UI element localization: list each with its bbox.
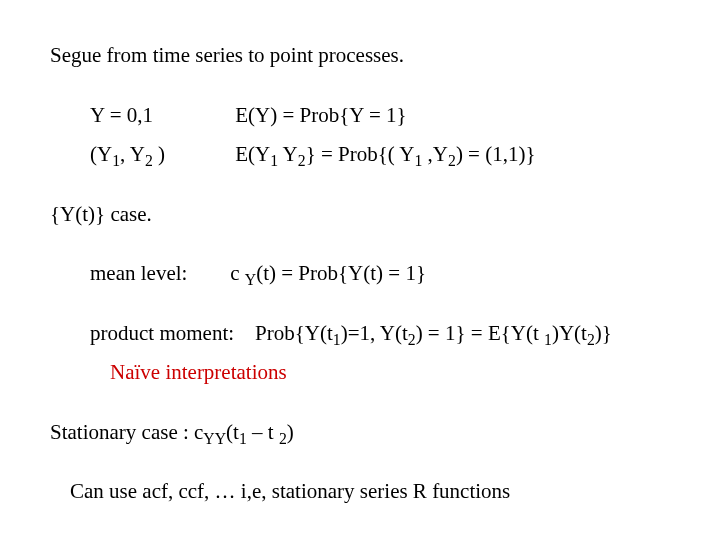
mean-level-line: mean level: c Y(t) = Prob{Y(t) = 1} <box>50 258 670 290</box>
pair-open: (Y <box>90 142 112 166</box>
stationary-expr: Stationary case : cYY(t1 – t 2) <box>50 420 294 444</box>
y-def: Y = 0,1 <box>90 100 230 132</box>
ey-def: E(Y) = Prob{Y = 1} <box>235 103 406 127</box>
mean-label: mean level: <box>90 258 225 290</box>
prodmom-label: product moment: <box>90 321 234 345</box>
slide-content: Segue from time series to point processe… <box>0 0 720 508</box>
yt-case: {Y(t)} case. <box>50 202 152 226</box>
last-text: Can use acf, ccf, … i,e, stationary seri… <box>70 479 510 503</box>
product-moment-line: product moment: Prob{Y(t1)=1, Y(t2) = 1}… <box>50 318 670 350</box>
naive-text: Naïve interpretations <box>110 360 287 384</box>
mean-expr: c Y(t) = Prob{Y(t) = 1} <box>230 261 426 285</box>
last-line: Can use acf, ccf, … i,e, stationary seri… <box>50 476 670 508</box>
pair-mid: , Y <box>120 142 145 166</box>
pair-close: ) <box>153 142 165 166</box>
y-pair-line: (Y1, Y2 ) E(Y1 Y2} = Prob{( Y1 ,Y2) = (1… <box>50 139 670 171</box>
title-text: Segue from time series to point processe… <box>50 43 404 67</box>
naive-line: Naïve interpretations <box>50 357 670 389</box>
prodmom-expr: Prob{Y(t1)=1, Y(t2) = 1} = E{Y(t 1)Y(t2)… <box>255 321 612 345</box>
epair: E(Y1 Y2} = Prob{( Y1 ,Y2) = (1,1)} <box>235 142 535 166</box>
sub-1a: 1 <box>112 152 120 169</box>
yt-case-line: {Y(t)} case. <box>50 199 670 231</box>
y-binary-line: Y = 0,1 E(Y) = Prob{Y = 1} <box>50 100 670 132</box>
title-line: Segue from time series to point processe… <box>50 40 670 72</box>
sub-2a: 2 <box>145 152 153 169</box>
stationary-line: Stationary case : cYY(t1 – t 2) <box>50 417 670 449</box>
